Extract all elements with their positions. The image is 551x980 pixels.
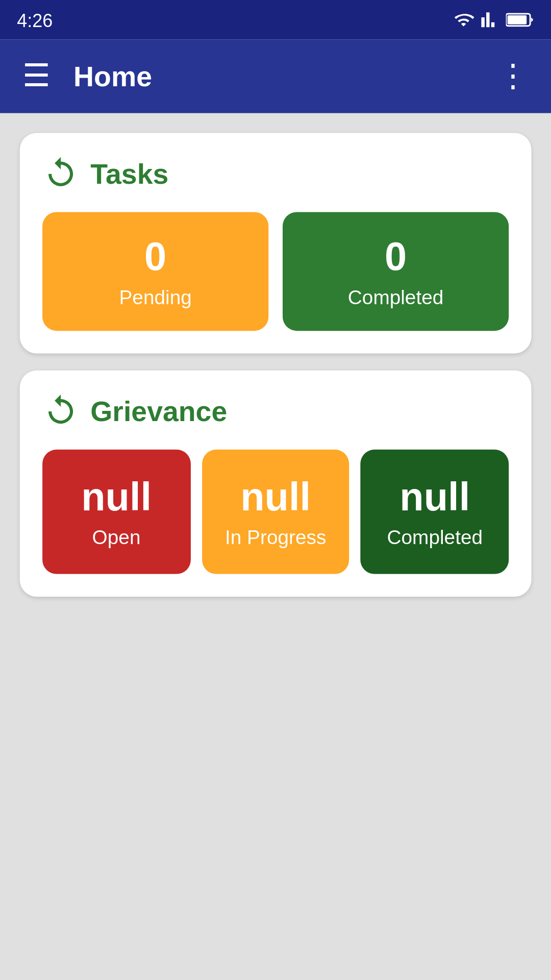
tasks-pending-box[interactable]: 0 Pending — [42, 212, 268, 331]
app-bar-left: ☰ Home — [22, 60, 152, 93]
grievance-card: Grievance null Open null In Progress nul… — [20, 371, 532, 597]
grievance-completed-box[interactable]: null Completed — [361, 450, 509, 574]
tasks-icon — [42, 156, 79, 192]
app-bar: ☰ Home ⋮ — [0, 40, 551, 113]
tasks-completed-value: 0 — [385, 235, 407, 280]
wifi-icon — [452, 10, 474, 30]
tasks-card: Tasks 0 Pending 0 Completed — [20, 133, 532, 353]
battery-icon — [506, 11, 534, 28]
grievance-card-header: Grievance — [42, 393, 509, 430]
page-title: Home — [73, 60, 152, 93]
grievance-open-label: Open — [92, 526, 141, 548]
svg-rect-1 — [508, 15, 527, 24]
status-time: 4:26 — [17, 9, 53, 31]
signal-icon — [481, 10, 500, 30]
tasks-stats-row: 0 Pending 0 Completed — [42, 212, 509, 331]
status-bar: 4:26 — [0, 0, 551, 40]
grievance-inprogress-label: In Progress — [225, 526, 326, 548]
grievance-open-box[interactable]: null Open — [42, 450, 190, 574]
grievance-inprogress-value: null — [240, 475, 311, 521]
more-options-icon[interactable]: ⋮ — [497, 58, 529, 95]
status-icons — [452, 10, 534, 30]
main-content: Tasks 0 Pending 0 Completed Grievance nu… — [0, 113, 551, 617]
grievance-icon — [42, 393, 79, 430]
tasks-completed-box[interactable]: 0 Completed — [283, 212, 509, 331]
grievance-completed-value: null — [399, 475, 470, 521]
tasks-completed-label: Completed — [348, 286, 444, 308]
tasks-pending-label: Pending — [119, 286, 192, 308]
tasks-pending-value: 0 — [144, 235, 166, 280]
tasks-card-header: Tasks — [42, 156, 509, 192]
grievance-card-title: Grievance — [90, 395, 227, 428]
grievance-stats-row: null Open null In Progress null Complete… — [42, 450, 509, 574]
menu-icon[interactable]: ☰ — [22, 61, 51, 92]
tasks-card-title: Tasks — [90, 158, 168, 190]
grievance-inprogress-box[interactable]: null In Progress — [202, 450, 349, 574]
grievance-open-value: null — [81, 475, 152, 521]
grievance-completed-label: Completed — [387, 526, 483, 548]
